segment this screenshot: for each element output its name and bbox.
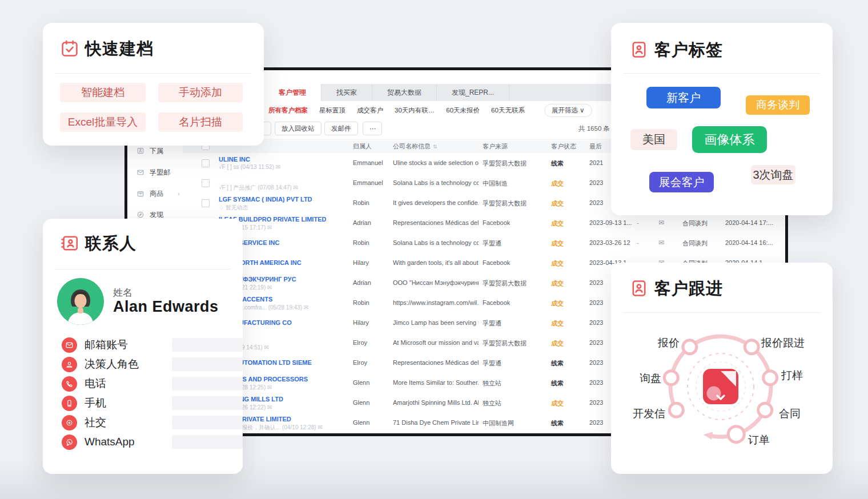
product-icon bbox=[136, 190, 144, 198]
contact-field-value-placeholder[interactable] bbox=[172, 377, 243, 391]
company-name[interactable]: LGF SYSMAC ( INDIA) PVT LTD bbox=[219, 196, 312, 203]
contact-field-label: 电话 bbox=[85, 376, 106, 391]
company-info-cell: Uline stocks a wide selection of... bbox=[393, 159, 479, 166]
customer-tag-chip[interactable]: 展会客户 bbox=[649, 172, 714, 192]
owner-cell: Adrian bbox=[353, 219, 371, 226]
follow-up-card: 客户跟进 bbox=[611, 263, 833, 474]
sidebar-item-label: 孚盟邮 bbox=[150, 168, 170, 178]
chevron-right-icon: › bbox=[178, 190, 180, 197]
company-info-cell: 71 Disha Dye Chem Private Lim... bbox=[393, 419, 479, 426]
source-cell: 中国制造网 bbox=[483, 419, 514, 428]
follow-up-stage-label: 订单 bbox=[748, 433, 770, 448]
sidebar-item-label: 发现 bbox=[150, 210, 163, 220]
divider bbox=[55, 269, 230, 269]
expand-filter-button[interactable]: 展开筛选 ∨ bbox=[544, 104, 592, 117]
quick-create-button-4[interactable]: 名片扫描 bbox=[158, 112, 243, 132]
whatsapp-icon bbox=[62, 434, 77, 450]
source-cell: Facebook bbox=[483, 299, 510, 306]
follow-up-stage-label: 开发信 bbox=[633, 407, 665, 421]
tab-1[interactable]: 客户管理 bbox=[264, 84, 322, 101]
customer-tag-chip[interactable]: 新客户 bbox=[646, 87, 721, 108]
filter-item-5[interactable]: 60天无联系 bbox=[491, 106, 525, 115]
contact-field-value-placeholder[interactable] bbox=[172, 416, 243, 429]
last-contact-date: 2023 bbox=[589, 319, 603, 326]
customer-tag-chip[interactable]: 商务谈判 bbox=[746, 95, 810, 115]
sidebar-item-label: 下属 bbox=[150, 146, 163, 156]
filter-item-4[interactable]: 60天未报价 bbox=[446, 106, 480, 115]
company-subline: √F [ ] ss (04/13 11:52) ✉ bbox=[219, 164, 280, 170]
contact-field-value-placeholder[interactable] bbox=[172, 435, 243, 449]
sort-icon[interactable]: ⇅ bbox=[433, 144, 437, 150]
name-label: 姓名 bbox=[113, 286, 132, 299]
follow-up-stage-label: 打样 bbox=[781, 368, 803, 383]
company-info-cell: More Items Similar to: Souther... bbox=[393, 379, 479, 386]
filter-all-customers[interactable]: 所有客户档案 bbox=[268, 106, 308, 115]
discover-icon bbox=[136, 211, 144, 219]
last-contact-date: 2023 bbox=[589, 279, 603, 286]
contact-field-value-placeholder[interactable] bbox=[172, 396, 243, 410]
filter-item-3[interactable]: 30天内有联… bbox=[395, 106, 435, 115]
tab-2[interactable]: 找买家 bbox=[322, 84, 372, 101]
sidebar-item-3[interactable]: 商品› bbox=[136, 189, 163, 198]
mobile-icon bbox=[62, 396, 77, 411]
company-name[interactable]: ULINE INC bbox=[219, 156, 250, 163]
source-cell: 孚盟通 bbox=[483, 319, 501, 328]
more-actions-button[interactable]: ⋯ bbox=[363, 122, 382, 135]
status-cell: 线索 bbox=[551, 379, 564, 388]
status-cell: 线索 bbox=[551, 159, 564, 168]
source-cell: 孚盟贸易大数据 bbox=[483, 199, 527, 208]
customer-tag-chip[interactable]: 画像体系 bbox=[692, 126, 767, 153]
recycle-bin-button[interactable]: 放入回收站 bbox=[275, 122, 322, 135]
company-info-cell: Representaciones Médicas del ... bbox=[393, 219, 479, 226]
mail-icon bbox=[62, 337, 77, 353]
tab-3[interactable]: 贸易大数据 bbox=[372, 84, 437, 101]
contact-field: 邮箱账号 bbox=[62, 337, 227, 353]
status-cell: 成交 bbox=[551, 339, 564, 348]
source-cell: 孚盟贸易大数据 bbox=[483, 159, 527, 168]
calendar-check-icon bbox=[60, 39, 79, 61]
source-cell: 孚盟贸易大数据 bbox=[483, 339, 527, 348]
created-date: 2020-04-14 16:... bbox=[725, 239, 773, 246]
sidebar-item-2[interactable]: 孚盟邮 bbox=[136, 168, 170, 177]
row-checkbox[interactable] bbox=[202, 199, 210, 207]
col-company-info[interactable]: 公司名称信息⇅ bbox=[393, 142, 437, 151]
sidebar-item-4[interactable]: 发现 bbox=[136, 210, 163, 219]
last-contact-date: 2023-03-26 12 bbox=[589, 239, 630, 246]
filter-item-2[interactable]: 成交客户 bbox=[357, 106, 383, 115]
owner-cell: Adrian bbox=[353, 279, 371, 286]
col-company-info-label: 公司名称信息 bbox=[393, 143, 431, 150]
dash-cell: - bbox=[637, 239, 639, 246]
col-source: 客户来源 bbox=[483, 142, 508, 151]
contact-field-value-placeholder[interactable] bbox=[172, 338, 243, 352]
status-cell: 成交 bbox=[551, 399, 564, 408]
filter-item-1[interactable]: 星标置顶 bbox=[319, 106, 345, 115]
col-status: 客户状态 bbox=[551, 142, 576, 151]
mail-icon[interactable]: ✉ bbox=[658, 219, 664, 227]
send-mail-button[interactable]: 发邮件 bbox=[324, 122, 358, 135]
source-cell: 中国制造 bbox=[483, 179, 508, 188]
quick-create-button-3[interactable]: Excel批量导入 bbox=[60, 112, 146, 132]
customer-tag-chip[interactable]: 3次询盘 bbox=[751, 165, 795, 184]
contact-field: 电话 bbox=[62, 376, 227, 392]
status-cell: 成交 bbox=[551, 259, 564, 268]
table-row: ILEAF BUILDPRO PRIVATE LIMITED留言 (08/15 … bbox=[183, 213, 785, 234]
contact-field-label: WhatsApp bbox=[85, 436, 135, 448]
status-cell: 成交 bbox=[551, 279, 564, 288]
quick-create-button-2[interactable]: 手动添加 bbox=[158, 83, 243, 102]
dash-cell: - bbox=[637, 219, 639, 226]
customer-tag-chip[interactable]: 美国 bbox=[630, 129, 677, 150]
last-contact-date: 2021 bbox=[589, 159, 603, 166]
row-checkbox[interactable] bbox=[202, 179, 210, 187]
company-info-cell: Amarjothi Spinning Mills Ltd. Ab... bbox=[393, 399, 479, 406]
quick-create-button-1[interactable]: 智能建档 bbox=[60, 83, 146, 102]
owner-cell: Robin bbox=[353, 299, 369, 306]
mail-icon[interactable]: ✉ bbox=[658, 239, 664, 247]
row-checkbox[interactable] bbox=[202, 159, 210, 167]
sidebar-item-1[interactable]: 下属 bbox=[136, 146, 163, 155]
tab-4[interactable]: 发现_REPR... bbox=[437, 84, 509, 101]
social-icon bbox=[62, 415, 77, 430]
contact-field: 决策人角色 bbox=[62, 356, 227, 372]
avatar bbox=[57, 278, 104, 325]
mail-icon bbox=[136, 168, 144, 176]
contact-field-value-placeholder[interactable] bbox=[172, 357, 243, 371]
